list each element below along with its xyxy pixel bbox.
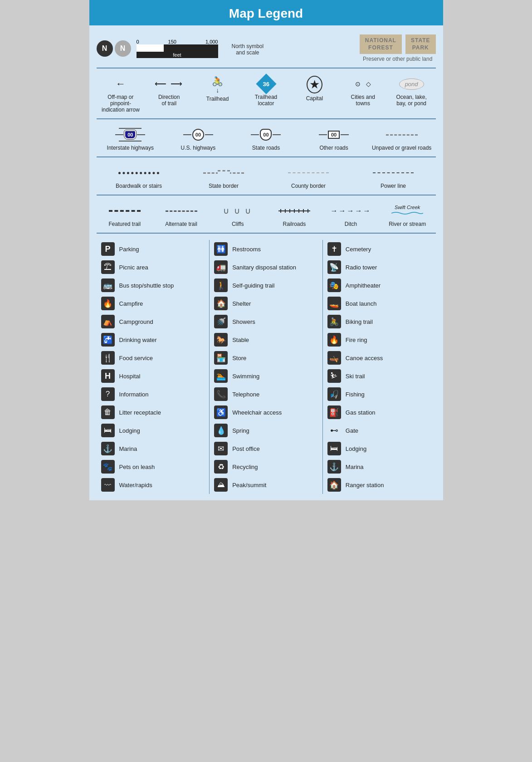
stable-row: 🐎 Stable	[213, 331, 319, 349]
water-icon: 🚰	[101, 333, 115, 347]
state-border-label: State border	[209, 183, 239, 189]
pond-oval: pond	[399, 78, 424, 90]
campground-label: Campground	[119, 318, 153, 325]
interstate-item: 00 Interstate highways	[97, 126, 165, 152]
showers-label: Showers	[232, 318, 255, 325]
scale-bar	[137, 44, 218, 52]
parking-label: Parking	[119, 246, 139, 253]
trailhead-label: Trailhead	[206, 96, 229, 102]
store-row: 🏪 Store	[213, 349, 319, 367]
sanitary-row: 🚛 Sanitary disposal station	[213, 258, 319, 276]
radio-tower-icon: 📡	[327, 260, 341, 274]
wheelchair-icon: ♿	[214, 405, 228, 419]
scale-num-1000: 1,000	[205, 39, 218, 44]
fishing-label: Fishing	[346, 391, 365, 398]
scale-feet-label: feet	[137, 52, 218, 58]
amphitheater-row: 🎭 Amphitheater	[327, 276, 432, 294]
north-symbol-dark: N	[97, 40, 113, 57]
trailhead-locator-icon: 36	[259, 76, 273, 92]
power-line-icon	[373, 165, 414, 181]
litter-icon: 🗑	[101, 405, 115, 419]
shelter-icon: 🏠	[214, 297, 228, 310]
canoe-label: Canoe access	[346, 355, 383, 361]
biking-row: 🚴 Biking trail	[327, 313, 432, 331]
water-rapids-icon: 〰	[101, 478, 115, 492]
divider-1	[97, 68, 436, 68]
scale-bar-wrap: 0 150 1,000 feet	[137, 39, 218, 58]
capital-icon: ★	[307, 76, 322, 93]
sanitary-icon: 🚛	[214, 260, 228, 274]
hospital-icon: H	[101, 369, 115, 383]
scale-left: N N 0 150 1,000 feet	[97, 39, 218, 58]
lodging-icon: 🛏	[101, 424, 115, 437]
park-label: NATIONALFOREST STATEPARK Preserve or oth…	[360, 34, 436, 62]
divider-3	[97, 156, 436, 157]
boardwalk-label: Boardwalk or stairs	[116, 183, 162, 189]
alternate-trail-icon	[166, 203, 197, 219]
cemetery-label: Cemetery	[346, 246, 371, 253]
swimming-row: 🏊 Swimming	[213, 367, 319, 385]
telephone-icon: 📞	[214, 387, 228, 401]
unpaved-road-item: Unpaved or gravel roads	[368, 126, 436, 152]
radio-tower-label: Radio tower	[346, 264, 377, 271]
ranger-label: Ranger station	[346, 482, 384, 488]
cliffs-item: ∪ ∪ ∪ Cliffs	[210, 202, 266, 228]
campfire-row: 🔥 Campfire	[100, 294, 206, 313]
stable-label: Stable	[232, 337, 249, 343]
railroads-item: Railroads	[266, 202, 323, 228]
shelter-row: 🏠 Shelter	[213, 294, 319, 313]
hospital-row: H Hospital	[100, 367, 206, 385]
boardwalk-item: Boardwalk or stairs	[97, 164, 181, 190]
park-sublabel: Preserve or other public land	[360, 56, 436, 62]
post-office-row: ✉ Post office	[213, 440, 319, 458]
boardwalk-icon	[118, 165, 159, 181]
marina2-label: Marina	[346, 464, 364, 470]
marina2-row: ⚓ Marina	[327, 458, 432, 476]
cliffs-icon: ∪ ∪ ∪	[223, 203, 252, 219]
hospital-label: Hospital	[119, 373, 141, 380]
pets-row: 🐾 Pets on leash	[100, 458, 206, 476]
unpaved-road-icon	[386, 127, 418, 143]
main-content: N N 0 150 1,000 feet North symbola	[89, 25, 443, 500]
ranger-icon: 🏠	[327, 478, 341, 492]
fire-ring-icon: 🔥	[327, 333, 341, 347]
restrooms-icon: 🚻	[214, 242, 228, 256]
water-row: 🚰 Drinking water	[100, 331, 206, 349]
river-icon: Swift Creek	[391, 203, 423, 219]
divider-2	[97, 118, 436, 119]
ditch-icon: →→→→→	[331, 203, 371, 219]
featured-trail-icon	[109, 203, 141, 219]
cliffs-label: Cliffs	[232, 221, 244, 227]
divider-4	[97, 195, 436, 195]
self-guide-icon: 🚶	[214, 278, 228, 292]
gate-label: Gate	[346, 427, 358, 434]
page: Map Legend N N 0 150 1,000	[89, 0, 443, 500]
cities-label: Cities andtowns	[351, 94, 375, 107]
boat-launch-row: 🚤 Boat launch	[327, 294, 432, 313]
river-item: Swift Creek River or stream	[379, 202, 436, 228]
interstate-icon: 00	[115, 127, 145, 143]
gas-station-label: Gas station	[346, 409, 376, 416]
stable-icon: 🐎	[214, 333, 228, 347]
pets-label: Pets on leash	[119, 464, 155, 470]
telephone-row: 📞 Telephone	[213, 385, 319, 403]
unpaved-road-label: Unpaved or gravel roads	[372, 145, 431, 151]
capital-label: Capital	[306, 95, 323, 102]
recycling-row: ♻ Recycling	[213, 458, 319, 476]
trailhead-locator-item: 36 Trailheadlocator	[242, 75, 290, 107]
ditch-item: →→→→→ Ditch	[322, 202, 379, 228]
peak-icon: ⛰	[214, 478, 228, 492]
other-road-icon: 00	[319, 127, 349, 143]
litter-row: 🗑 Litter receptacle	[100, 403, 206, 421]
lodging-label: Lodging	[119, 427, 140, 434]
wheelchair-row: ♿ Wheelchair access	[213, 403, 319, 421]
spring-row: 💧 Spring	[213, 421, 319, 440]
restrooms-label: Restrooms	[232, 246, 261, 253]
boat-launch-icon: 🚤	[327, 297, 341, 310]
county-border-label: County border	[291, 183, 326, 189]
amphitheater-icon: 🎭	[327, 278, 341, 292]
recycling-icon: ♻	[214, 460, 228, 474]
picnic-label: Picnic area	[119, 264, 148, 271]
cemetery-row: ✝ Cemetery	[327, 240, 432, 258]
canoe-icon: 🛶	[327, 351, 341, 365]
